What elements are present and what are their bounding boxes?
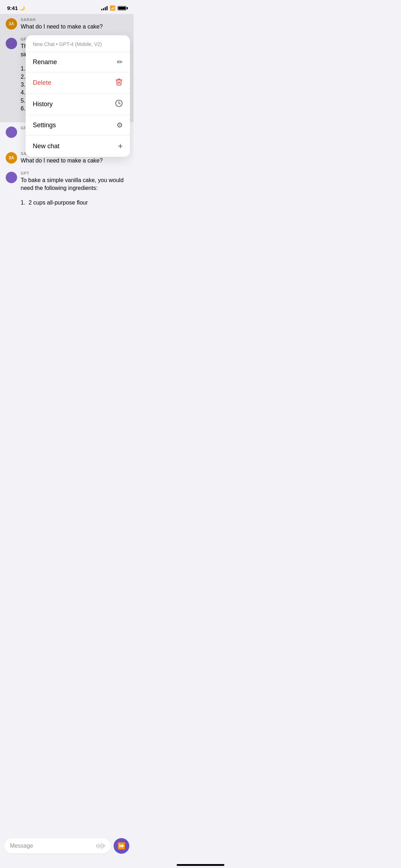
settings-label: Settings (33, 122, 56, 129)
message-content: GPT To bake a simple vanilla cake, you w… (21, 171, 128, 192)
wifi-icon: 📶 (110, 5, 115, 11)
history-menu-item[interactable]: History (26, 94, 130, 115)
status-icons: 📶 (101, 5, 126, 11)
dropdown-header: New Chat • GPT-4 (Mobile, V2) (26, 35, 130, 52)
time-display: 9:41 (7, 5, 18, 11)
history-label: History (33, 100, 53, 108)
signal-icon (101, 6, 108, 10)
avatar-sarah: 3A (6, 152, 17, 164)
dropdown-header-text: New Chat • GPT-4 (Mobile, V2) (33, 41, 102, 47)
rename-menu-item[interactable]: Rename ✏ (26, 52, 130, 72)
moon-icon: 🌙 (19, 5, 25, 11)
message-text: To bake a simple vanilla cake, you would… (21, 176, 128, 192)
new-chat-label: New chat (33, 143, 59, 150)
delete-label: Delete (33, 79, 51, 87)
clock-icon (115, 99, 123, 109)
delete-menu-item[interactable]: Delete (26, 72, 130, 94)
battery-icon (118, 6, 126, 10)
chat-background: 3A SARAH What do I need to make a cake? … (0, 14, 134, 122)
gear-icon: ⚙ (116, 121, 123, 129)
avatar-gpt (6, 126, 17, 138)
settings-menu-item[interactable]: Settings ⚙ (26, 115, 130, 135)
status-time: 9:41 🌙 (7, 5, 25, 11)
message-sender: GPT (21, 171, 128, 175)
dropdown-menu: New Chat • GPT-4 (Mobile, V2) Rename ✏ D… (26, 35, 130, 157)
rename-label: Rename (33, 58, 57, 66)
new-chat-menu-item[interactable]: New chat + (26, 135, 130, 157)
avatar-gpt (6, 172, 17, 183)
pencil-icon: ✏ (117, 58, 123, 66)
message-text: What do I need to make a cake? (21, 157, 128, 165)
list-items: 1. 2 cups all-purpose flour (6, 199, 128, 207)
message-row: GPT To bake a simple vanilla cake, you w… (6, 171, 128, 192)
trash-icon (115, 78, 123, 88)
status-bar: 9:41 🌙 📶 (0, 0, 134, 14)
plus-icon: + (118, 141, 123, 151)
message-text: 1. 2 cups all-purpose flour (21, 199, 128, 207)
